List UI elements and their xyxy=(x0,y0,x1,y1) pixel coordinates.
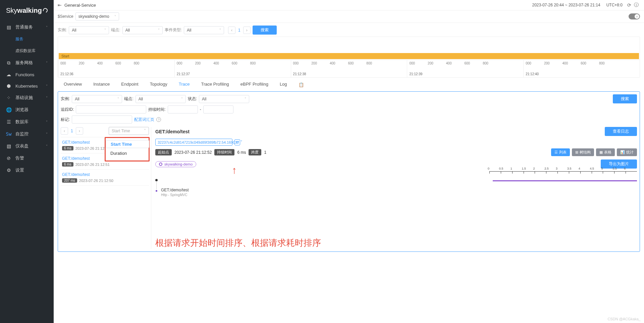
event-timeline: Start 00020040060080021:12:3600020040060… xyxy=(58,37,640,78)
trace-search-button[interactable]: 搜索 xyxy=(613,94,637,103)
view-switch[interactable]: V xyxy=(629,13,640,19)
sidebar-item-label: 服务网格 xyxy=(15,60,33,66)
export-button[interactable]: 导出为图片 xyxy=(601,159,637,169)
sidebar-item-alert[interactable]: ⊘告警 xyxy=(0,152,54,164)
sidebar-item-general[interactable]: ▤ 普通服务 ˄ xyxy=(0,21,54,33)
sidebar-item-label: 普通服务 xyxy=(15,24,33,30)
sidebar-item-infra[interactable]: ⁘基础设施˅ xyxy=(0,92,54,104)
sidebar-sub-vdb[interactable]: 虚拟数据库 xyxy=(0,45,54,57)
chevron-down-icon: ˅ xyxy=(181,97,183,101)
tab-topology[interactable]: Topology xyxy=(150,82,167,88)
service-chip-label: skywalking-demo xyxy=(164,162,193,166)
layers-icon: ▤ xyxy=(6,25,11,30)
sidebar-toggle-icon[interactable]: ⇤ xyxy=(58,2,62,8)
start-label-badge: 起始点 xyxy=(155,149,172,155)
ruler-tick: 1.5 xyxy=(524,172,535,174)
sidebar-item-settings[interactable]: ⚙设置 xyxy=(0,164,54,176)
list-icon: ☰ xyxy=(554,150,558,154)
sidebar-item-label: 虚拟数据库 xyxy=(15,48,36,54)
ruler-tick: 6 xyxy=(626,172,637,174)
tab-endpoint[interactable]: Endpoint xyxy=(121,82,138,88)
span-row: GET:/demo/test Http - SpringMVC xyxy=(155,178,637,197)
span-sublabel: Http - SpringMVC xyxy=(161,193,189,197)
sidebar-sub-service[interactable]: 服务 xyxy=(0,33,54,45)
ruler-tick: 3.5 xyxy=(569,172,580,174)
trace-item-time: 2023-07-26 21:12:51 xyxy=(75,163,110,167)
ruler-tick: 4.5 xyxy=(592,172,603,174)
logo-ring-icon xyxy=(42,7,48,14)
sidebar-item-kubernetes[interactable]: ⬢Kubernetes˅ xyxy=(0,80,54,92)
sidebar-item-browser[interactable]: 🌐浏览器 xyxy=(0,104,54,116)
pager-next-button[interactable]: › xyxy=(243,27,251,34)
sidebar-item-mesh[interactable]: ⧉服务网格˅ xyxy=(0,57,54,69)
help-icon[interactable]: ? xyxy=(156,117,161,122)
copy-icon[interactable]: ⧉ xyxy=(234,139,240,145)
filter-label: 端点: xyxy=(124,96,133,102)
spans-value: 1 xyxy=(264,150,266,155)
trace-list-header: ‹ 1 › Start Time ˄ Start Time Duration xyxy=(61,127,149,137)
timeline-tick-column: 00020040060080021:12:38 xyxy=(291,60,407,77)
chevron-down-icon: ˅ xyxy=(46,61,48,65)
pager-next-button[interactable]: › xyxy=(76,127,83,135)
clipboard-icon[interactable]: 📋 xyxy=(299,82,304,87)
sort-option-start-time[interactable]: Start Time xyxy=(106,140,149,148)
event-type-select[interactable]: All˅ xyxy=(184,26,224,34)
sidebar-item-database[interactable]: ☰数据库˅ xyxy=(0,116,54,128)
refresh-icon[interactable]: ⟳ xyxy=(627,2,631,8)
search-button[interactable]: 搜索 xyxy=(253,26,277,35)
duration-label-badge: 持续时间 xyxy=(214,149,234,155)
logo-part-b: walking xyxy=(17,7,42,14)
chevron-down-icon: ˅ xyxy=(117,97,119,101)
sidebar-item-selfmon[interactable]: Sw自监控˅ xyxy=(0,128,54,140)
sidebar-item-functions[interactable]: ☁Functions xyxy=(0,69,54,80)
duration-max-input[interactable] xyxy=(203,105,233,113)
sort-select[interactable]: Start Time ˄ xyxy=(109,127,149,135)
infra-icon: ⁘ xyxy=(6,95,11,100)
service-select[interactable]: skywalking-demo ˅ xyxy=(75,12,119,20)
database-icon: ☰ xyxy=(6,119,11,125)
tab-ebpf-profiling[interactable]: eBPF Profiling xyxy=(240,82,268,88)
view-table-button[interactable]: ▦表格 xyxy=(596,148,615,156)
info-icon[interactable]: ⓘ xyxy=(634,2,639,8)
pager-prev-button[interactable]: ‹ xyxy=(61,127,68,135)
vocab-link[interactable]: 配置词汇页 xyxy=(134,117,154,123)
span-duration-bar xyxy=(493,180,637,181)
select-value: All xyxy=(139,97,143,101)
tab-overview[interactable]: Overview xyxy=(64,82,82,88)
endpoint-select[interactable]: All˅ xyxy=(122,26,163,34)
trace-instance-select[interactable]: All˅ xyxy=(72,95,122,103)
sort-option-duration[interactable]: Duration xyxy=(106,148,149,158)
service-chip[interactable]: skywalking-demo xyxy=(155,161,196,167)
ruler-tick: 1 xyxy=(512,172,524,174)
arrow-up-icon: ↑ xyxy=(232,167,237,173)
stats-icon: 📊 xyxy=(620,150,625,154)
trace-id-select[interactable]: 32237c4c2d8147219c049d89f389fb72.54.1690… xyxy=(155,139,232,146)
logo: Skywalking xyxy=(0,3,54,21)
tab-trace-profiling[interactable]: Trace Profiling xyxy=(201,82,229,88)
chevron-down-icon: ˅ xyxy=(219,28,221,32)
view-list-button[interactable]: ☰列表 xyxy=(551,148,570,156)
filter-label: 标记: xyxy=(61,117,70,123)
tab-log[interactable]: Log xyxy=(280,82,287,88)
time-range[interactable]: 2023-07-26 20:44 ~ 2023-07-26 21:14 xyxy=(532,3,600,7)
trace-endpoint-select[interactable]: All˅ xyxy=(136,95,186,103)
chevron-up-icon: ˄ xyxy=(46,26,48,29)
gear-icon: ⚙ xyxy=(6,168,11,173)
view-stats-button[interactable]: 📊统计 xyxy=(617,148,637,156)
trace-id-input[interactable] xyxy=(76,105,146,113)
tag-input[interactable] xyxy=(72,116,132,124)
span-name[interactable]: GET:/demo/test xyxy=(161,188,189,192)
duration-min-input[interactable] xyxy=(168,105,198,113)
view-log-button[interactable]: 查看日志 xyxy=(605,127,637,136)
select-value: All xyxy=(187,28,191,33)
pager-prev-button[interactable]: ‹ xyxy=(228,27,235,34)
timeline-tick-column: 00020040060080021:12:36 xyxy=(58,60,174,77)
trace-status-select[interactable]: All˅ xyxy=(199,95,249,103)
tab-instance[interactable]: Instance xyxy=(93,82,110,88)
view-tree-button[interactable]: ⊞树结构 xyxy=(572,148,594,156)
sidebar-item-dashboard[interactable]: ▧仪表盘˅ xyxy=(0,140,54,152)
instance-select[interactable]: All˅ xyxy=(69,26,109,34)
tab-trace[interactable]: Trace xyxy=(179,82,190,88)
main-content: ⇤ General-Service 2023-07-26 20:44 ~ 202… xyxy=(54,0,644,323)
trace-list-item[interactable]: GET:/demo/test 207 ms 2023-07-26 21:12:5… xyxy=(61,170,149,186)
